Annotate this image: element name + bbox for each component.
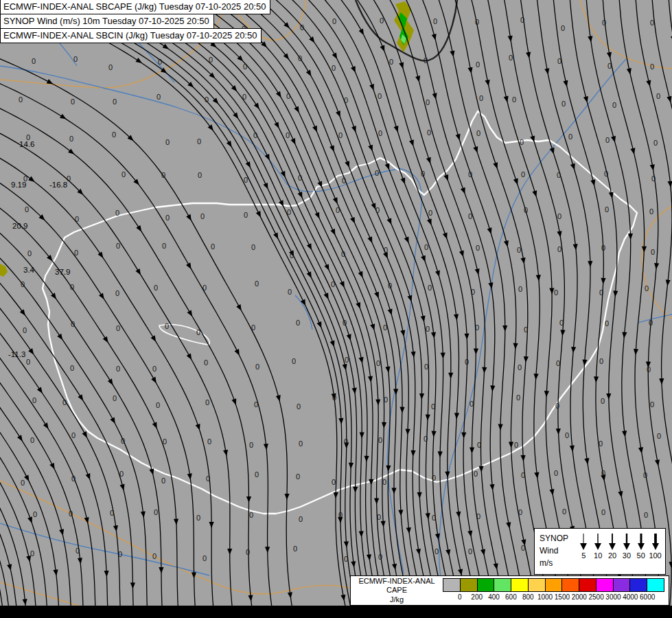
wind-legend-labels: SYNOP Wind m/s bbox=[535, 529, 577, 574]
station-value: 0 bbox=[476, 129, 480, 137]
station-label: -11.3 bbox=[8, 350, 25, 358]
station-value: 0 bbox=[286, 92, 290, 100]
cape-color-swatch bbox=[596, 579, 613, 591]
station-value: 0 bbox=[424, 56, 428, 65]
map-canvas: 0000000000000000000000000000000000000000… bbox=[0, 0, 672, 618]
station-value: 0 bbox=[517, 246, 521, 254]
cape-threshold-values: 0200400600800100015002000250030004000600… bbox=[443, 592, 664, 602]
station-value: 0 bbox=[332, 393, 336, 402]
station-value: 0 bbox=[601, 508, 605, 516]
station-value: 0 bbox=[377, 513, 381, 521]
station-value: 0 bbox=[161, 171, 165, 179]
station-label: 14.6 bbox=[19, 140, 34, 148]
station-value: 0 bbox=[424, 363, 428, 371]
station-value: 0 bbox=[428, 209, 432, 217]
station-value: 0 bbox=[336, 206, 340, 214]
station-value: 0 bbox=[25, 205, 29, 214]
wind-speed-cell: 5 bbox=[577, 530, 591, 574]
station-value: 0 bbox=[255, 279, 259, 288]
station-value: 0 bbox=[75, 215, 79, 223]
station-value: 0 bbox=[644, 511, 648, 519]
wind-legend-unit: m/s bbox=[540, 557, 577, 569]
station-value: 0 bbox=[108, 63, 113, 71]
station-value: 0 bbox=[299, 515, 303, 523]
station-value: 0 bbox=[115, 209, 119, 217]
station-value: 0 bbox=[649, 319, 653, 327]
station-value: 0 bbox=[518, 363, 522, 371]
cape-color-swatch bbox=[443, 579, 460, 591]
cape-color-swatch bbox=[511, 579, 528, 591]
station-value: 0 bbox=[205, 95, 209, 104]
station-value: 0 bbox=[157, 93, 161, 101]
station-value: 0 bbox=[71, 320, 75, 328]
station-value: 0 bbox=[251, 243, 255, 251]
station-value: 0 bbox=[653, 139, 658, 147]
station-value: 0 bbox=[645, 284, 649, 293]
station-value: 0 bbox=[207, 437, 211, 446]
station-value: 0 bbox=[599, 288, 603, 297]
station-value: 0 bbox=[380, 16, 384, 25]
cape-threshold-value: 4000 bbox=[623, 593, 638, 601]
station-value: 0 bbox=[344, 555, 348, 563]
station-label: 37.9 bbox=[55, 268, 70, 276]
station-value: 0 bbox=[344, 96, 348, 104]
station-value: 0 bbox=[384, 396, 388, 404]
station-value: 0 bbox=[300, 23, 304, 32]
station-value: 0 bbox=[293, 545, 297, 553]
station-value: 0 bbox=[650, 19, 654, 27]
station-value: 0 bbox=[557, 57, 561, 65]
station-value: 0 bbox=[196, 514, 200, 522]
station-value: 0 bbox=[71, 431, 76, 439]
cape-legend: ECMWF-INDEX-ANAL CAPE J/kg 0200400600800… bbox=[350, 575, 669, 606]
wind-legend: SYNOP Wind m/s 510203050100 bbox=[534, 528, 666, 575]
wind-speed-value: 100 bbox=[649, 551, 661, 560]
station-value: 0 bbox=[204, 358, 208, 367]
cape-threshold-value: 400 bbox=[488, 593, 500, 601]
station-value: 0 bbox=[338, 511, 343, 519]
station-value: 0 bbox=[27, 249, 32, 258]
station-value: 0 bbox=[521, 170, 525, 179]
station-value: 0 bbox=[476, 60, 480, 69]
station-value: 0 bbox=[254, 400, 258, 409]
station-value: 0 bbox=[562, 507, 566, 516]
station-value: 0 bbox=[296, 319, 300, 327]
station-value: 0 bbox=[468, 170, 472, 179]
wind-speed-value: 10 bbox=[594, 551, 602, 560]
title-stack: ECMWF-INDEX-ANAL SBCAPE (J/kg) Tuesday 0… bbox=[0, 0, 270, 43]
station-value: 0 bbox=[292, 357, 296, 365]
station-value: 0 bbox=[516, 393, 520, 402]
station-value: 0 bbox=[424, 435, 428, 443]
station-value: 0 bbox=[161, 477, 165, 485]
cape-color-swatch bbox=[494, 579, 511, 591]
station-value: 0 bbox=[433, 17, 437, 25]
station-value: 0 bbox=[518, 508, 522, 516]
station-value: 0 bbox=[601, 397, 605, 405]
station-value: 0 bbox=[119, 470, 124, 478]
station-value: 0 bbox=[554, 469, 558, 477]
station-value: 0 bbox=[112, 130, 116, 139]
station-value: 0 bbox=[565, 431, 569, 439]
cape-color-swatch bbox=[629, 579, 647, 591]
station-value: 0 bbox=[375, 169, 379, 177]
station-value: 0 bbox=[657, 432, 661, 440]
station-value: 0 bbox=[32, 396, 36, 404]
station-value: 0 bbox=[154, 284, 158, 292]
station-value: 0 bbox=[656, 92, 660, 100]
station-value: 0 bbox=[298, 174, 302, 182]
cape-threshold-value: 0 bbox=[458, 593, 462, 601]
wind-arrow-icon bbox=[650, 533, 661, 551]
station-value: 0 bbox=[476, 244, 480, 252]
station-value: 0 bbox=[332, 17, 336, 25]
cape-threshold-value: 6000 bbox=[640, 593, 655, 601]
station-value: 0 bbox=[561, 24, 565, 32]
station-value: 0 bbox=[605, 205, 609, 214]
station-value: 0 bbox=[74, 249, 78, 257]
station-value: 0 bbox=[62, 398, 67, 407]
station-value: 0 bbox=[70, 283, 74, 291]
wind-speed-cell: 50 bbox=[634, 530, 648, 574]
station-value: 0 bbox=[110, 509, 114, 517]
station-value: 0 bbox=[426, 98, 430, 106]
station-value: 0 bbox=[649, 207, 653, 216]
station-value: 0 bbox=[557, 171, 561, 179]
station-value: 0 bbox=[165, 214, 170, 222]
